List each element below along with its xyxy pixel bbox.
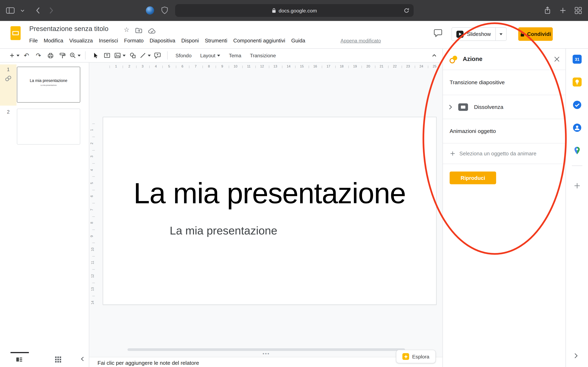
play-button[interactable]: Riproduci bbox=[450, 171, 496, 184]
paint-format-icon[interactable] bbox=[57, 50, 68, 60]
insert-line-icon[interactable] bbox=[139, 50, 151, 60]
layout-button[interactable]: Layout bbox=[197, 51, 224, 60]
share-page-icon[interactable] bbox=[544, 6, 551, 15]
filmstrip-view-icon[interactable] bbox=[16, 356, 22, 363]
theme-button[interactable]: Tema bbox=[226, 51, 245, 60]
view-switcher-bar bbox=[0, 352, 89, 367]
ruler-number: 4 bbox=[155, 64, 157, 68]
speaker-notes[interactable]: Fai clic per aggiungere le note del rela… bbox=[89, 357, 442, 367]
slides-logo-icon[interactable] bbox=[10, 26, 21, 40]
tasks-icon[interactable] bbox=[573, 100, 582, 109]
grid-view-icon[interactable] bbox=[55, 356, 61, 363]
transition-section-label: Transizione diapositive bbox=[450, 79, 505, 85]
insert-comment-icon[interactable] bbox=[153, 50, 163, 60]
ruler-number: 8 bbox=[208, 64, 210, 68]
ruler-tick bbox=[92, 203, 95, 203]
menu-disponi[interactable]: Disponi bbox=[178, 36, 202, 44]
ruler-number: 18 bbox=[340, 64, 343, 68]
animations-section-header: Animazioni oggetto bbox=[443, 119, 566, 143]
menu-diapositiva[interactable]: Diapositiva bbox=[147, 36, 178, 44]
address-bar[interactable]: docs.google.com bbox=[175, 4, 414, 17]
get-addons-icon[interactable] bbox=[573, 182, 581, 190]
menu-file[interactable]: File bbox=[26, 36, 41, 44]
transition-button[interactable]: Transizione bbox=[246, 51, 279, 60]
ruler-tick bbox=[295, 66, 296, 68]
slideshow-divider bbox=[495, 28, 496, 40]
slide-1-thumbnail[interactable]: La mia presentazione La mia presentazion… bbox=[17, 67, 80, 103]
reload-icon[interactable] bbox=[404, 8, 409, 13]
text-box-icon[interactable] bbox=[102, 50, 112, 60]
zoom-control[interactable] bbox=[69, 50, 81, 60]
undo-icon[interactable]: ↶ bbox=[21, 50, 32, 60]
expand-side-panel-icon[interactable] bbox=[574, 353, 578, 359]
menu-guida[interactable]: Guida bbox=[288, 36, 308, 44]
keep-icon[interactable] bbox=[573, 77, 582, 86]
transition-row[interactable]: Dissolvenza bbox=[443, 95, 566, 119]
ruler-tick bbox=[92, 256, 95, 257]
move-folder-icon[interactable] bbox=[135, 27, 142, 33]
new-slide-button[interactable] bbox=[9, 50, 19, 60]
ruler-tick bbox=[242, 66, 242, 68]
menu-modifica[interactable]: Modifica bbox=[41, 36, 66, 44]
motion-panel: Azione Transizione diapositive Dissolven… bbox=[442, 49, 565, 367]
collapse-toolbar-icon[interactable] bbox=[431, 53, 437, 58]
motion-panel-header: Azione bbox=[443, 49, 566, 70]
tab-overview-icon[interactable] bbox=[575, 7, 582, 14]
close-panel-icon[interactable] bbox=[554, 57, 560, 62]
motion-panel-title: Azione bbox=[463, 56, 483, 63]
layout-caret-icon bbox=[217, 54, 220, 56]
slideshow-caret-icon[interactable] bbox=[499, 33, 502, 35]
star-icon[interactable]: ☆ bbox=[124, 26, 130, 34]
shield-extension-icon[interactable] bbox=[161, 6, 168, 15]
ruler-tick bbox=[92, 150, 95, 150]
menu-bar: FileModificaVisualizzaInserisciFormatoDi… bbox=[26, 36, 308, 44]
notes-resize-handle[interactable]: ••• bbox=[259, 351, 274, 357]
slide-title-text[interactable]: La mia presentazione bbox=[103, 176, 436, 210]
menu-componenti-aggiuntivi[interactable]: Componenti aggiuntivi bbox=[230, 36, 288, 44]
zoom-caret-icon[interactable] bbox=[78, 54, 81, 56]
chevron-down-icon[interactable] bbox=[21, 9, 24, 12]
link-icon bbox=[5, 75, 12, 82]
slide-2-thumbnail[interactable] bbox=[17, 109, 80, 145]
explore-button[interactable]: Esplora bbox=[396, 350, 436, 363]
ruler-tick bbox=[362, 66, 362, 68]
ruler-tick bbox=[428, 66, 428, 68]
print-icon[interactable] bbox=[45, 50, 56, 60]
document-title[interactable]: Presentazione senza titolo bbox=[29, 25, 108, 33]
toolbar-separator bbox=[167, 51, 168, 59]
collapse-filmstrip-icon[interactable] bbox=[79, 356, 85, 362]
add-animation-row[interactable]: Seleziona un oggetto da animare bbox=[443, 143, 566, 164]
comments-icon[interactable] bbox=[433, 29, 442, 38]
ruler-tick bbox=[415, 66, 415, 68]
new-slide-caret-icon[interactable] bbox=[17, 54, 20, 56]
ruler-tick bbox=[176, 66, 176, 68]
calendar-icon[interactable]: 31 bbox=[573, 55, 582, 64]
back-icon[interactable] bbox=[35, 7, 40, 14]
menu-formato[interactable]: Formato bbox=[121, 36, 147, 44]
ruler-tick bbox=[189, 66, 190, 68]
contacts-icon[interactable] bbox=[573, 123, 582, 132]
horizontal-scrollbar[interactable] bbox=[127, 348, 405, 351]
share-button[interactable]: Condividi bbox=[518, 27, 553, 41]
slide-canvas[interactable]: La mia presentazione La mia presentazion… bbox=[103, 117, 437, 305]
select-tool-icon[interactable] bbox=[90, 50, 100, 60]
extension-icon[interactable] bbox=[146, 6, 154, 15]
insert-shape-icon[interactable] bbox=[127, 50, 138, 60]
ruler-tick bbox=[401, 66, 402, 68]
chevron-right-icon[interactable] bbox=[449, 104, 452, 110]
new-tab-icon[interactable] bbox=[559, 7, 566, 14]
slideshow-button[interactable]: Slideshow bbox=[451, 27, 507, 41]
last-edit-link[interactable]: Appena modificato bbox=[341, 38, 381, 44]
insert-image-icon[interactable] bbox=[114, 50, 126, 60]
menu-inserisci[interactable]: Inserisci bbox=[96, 36, 121, 44]
menu-visualizza[interactable]: Visualizza bbox=[66, 36, 96, 44]
redo-icon[interactable]: ↷ bbox=[33, 50, 43, 60]
sidebar-toggle-icon[interactable] bbox=[6, 7, 15, 14]
background-button[interactable]: Sfondo bbox=[172, 51, 195, 60]
ruler-number: 10 bbox=[233, 64, 237, 68]
menu-strumenti[interactable]: Strumenti bbox=[202, 36, 230, 44]
insert-line-caret-icon[interactable] bbox=[148, 54, 151, 56]
insert-image-caret-icon[interactable] bbox=[123, 54, 126, 56]
maps-icon[interactable] bbox=[573, 146, 582, 155]
slide-subtitle-text[interactable]: La mia presentazione bbox=[170, 224, 277, 237]
